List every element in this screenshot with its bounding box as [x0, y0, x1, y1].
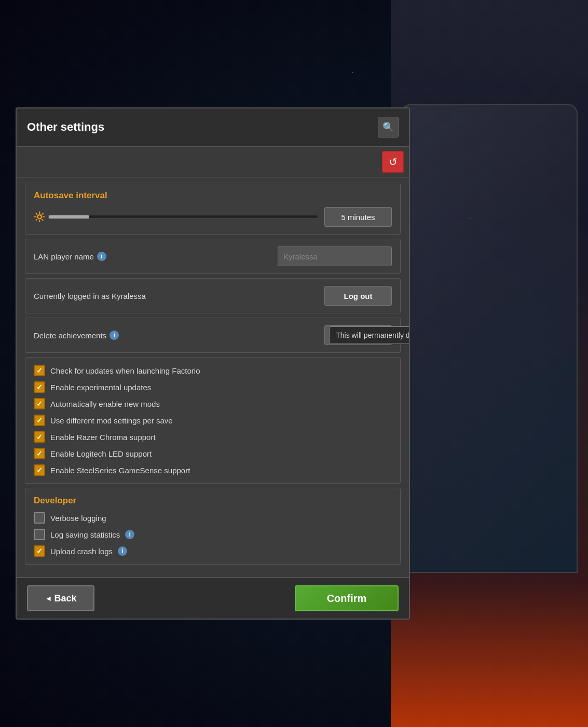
other-settings-dialog: Other settings 🔍 ↺ Autosave interval 🔆 [16, 107, 410, 620]
dialog-content: Autosave interval 🔆 5 minutes LAN player… [17, 177, 409, 574]
dev-checkbox-label-2: Log saving statistics [50, 530, 120, 539]
dev-checkbox-label-1: Verbose logging [50, 514, 106, 523]
dialog-footer: Back Confirm [17, 577, 409, 619]
logout-button[interactable]: Log out [324, 286, 392, 306]
checkbox-label-1: Check for updates when launching Factori… [50, 366, 200, 375]
checkbox-row-2[interactable]: Enable experimental updates [34, 381, 392, 393]
checkbox-2[interactable] [34, 381, 45, 393]
dev-checkbox-row-2[interactable]: Log saving statistics i [34, 529, 392, 540]
dev-checkbox-3[interactable] [34, 545, 45, 557]
dialog-title: Other settings [27, 120, 104, 134]
checkbox-6[interactable] [34, 448, 45, 459]
dev-checkbox-row-3[interactable]: Upload crash logs i [34, 545, 392, 557]
lan-label: LAN player name i [34, 252, 106, 261]
delete-achievements-label: Delete achievements i [34, 331, 119, 340]
checkbox-row-7[interactable]: Enable SteelSeries GameSense support [34, 464, 392, 476]
delete-label-text: Delete achievements [34, 331, 106, 340]
checkbox-1[interactable] [34, 365, 45, 376]
lan-label-text: LAN player name [34, 252, 94, 261]
delete-info-icon[interactable]: i [110, 331, 119, 340]
checkbox-row-3[interactable]: Automatically enable new mods [34, 398, 392, 409]
checkbox-label-7: Enable SteelSeries GameSense support [50, 466, 190, 475]
back-button[interactable]: Back [27, 585, 94, 611]
lan-player-name-input[interactable]: Kyralessa [278, 246, 392, 266]
confirm-label: Confirm [327, 593, 367, 605]
slider-wrapper: 🔆 [34, 211, 318, 223]
dialog-header: Other settings 🔍 [17, 108, 409, 147]
checkbox-label-6: Enable Logitech LED support [50, 449, 152, 458]
checkbox-label-4: Use different mod settings per save [50, 416, 173, 425]
dialog-toolbar: ↺ [17, 147, 409, 177]
checkbox-row-4[interactable]: Use different mod settings per save [34, 415, 392, 426]
autosave-row: 🔆 5 minutes [34, 207, 392, 227]
back-label: Back [54, 593, 76, 604]
checkbox-label-5: Enable Razer Chroma support [50, 433, 156, 442]
checkbox-4[interactable] [34, 415, 45, 426]
search-icon: 🔍 [382, 121, 394, 133]
login-section: Currently logged in as Kyralessa Log out [25, 278, 401, 313]
checkbox-row-5[interactable]: Enable Razer Chroma support [34, 431, 392, 443]
log-saving-info-icon[interactable]: i [125, 530, 134, 539]
checkbox-7[interactable] [34, 464, 45, 476]
dev-checkbox-label-3: Upload crash logs [50, 547, 113, 556]
checkbox-label-2: Enable experimental updates [50, 383, 151, 392]
checkboxes-list: Check for updates when launching Factori… [25, 358, 400, 483]
slider-icon: 🔆 [34, 211, 45, 223]
lan-section: LAN player name i Kyralessa [25, 239, 401, 274]
checkbox-label-3: Automatically enable new mods [50, 400, 160, 408]
autosave-value[interactable]: 5 minutes [324, 207, 392, 227]
reset-button[interactable]: ↺ [382, 151, 404, 173]
dev-checkbox-row-1[interactable]: Verbose logging [34, 512, 392, 524]
autosave-slider[interactable] [48, 215, 318, 219]
login-status: Currently logged in as Kyralessa [34, 292, 146, 300]
delete-achievements-section: Delete achievements i Delete This will p… [25, 318, 401, 353]
checkboxes-section: Check for updates when launching Factori… [25, 357, 401, 484]
checkbox-row-6[interactable]: Enable Logitech LED support [34, 448, 392, 459]
upload-crash-info-icon[interactable]: i [118, 546, 127, 556]
dev-checkbox-1[interactable] [34, 512, 45, 524]
checkbox-row-1[interactable]: Check for updates when launching Factori… [34, 365, 392, 376]
autosave-section: Autosave interval 🔆 5 minutes [25, 183, 401, 235]
confirm-button[interactable]: Confirm [295, 585, 399, 611]
search-button[interactable]: 🔍 [378, 117, 399, 138]
autosave-title: Autosave interval [34, 190, 392, 201]
developer-section: Developer Verbose logging Log saving sta… [25, 488, 401, 565]
developer-title: Developer [34, 496, 392, 506]
reset-icon: ↺ [389, 156, 398, 168]
lan-info-icon[interactable]: i [97, 252, 106, 261]
delete-button[interactable]: Delete [324, 325, 392, 345]
dev-checkbox-2[interactable] [34, 529, 45, 540]
slider-fill [49, 215, 89, 218]
checkbox-3[interactable] [34, 398, 45, 409]
checkbox-5[interactable] [34, 431, 45, 443]
